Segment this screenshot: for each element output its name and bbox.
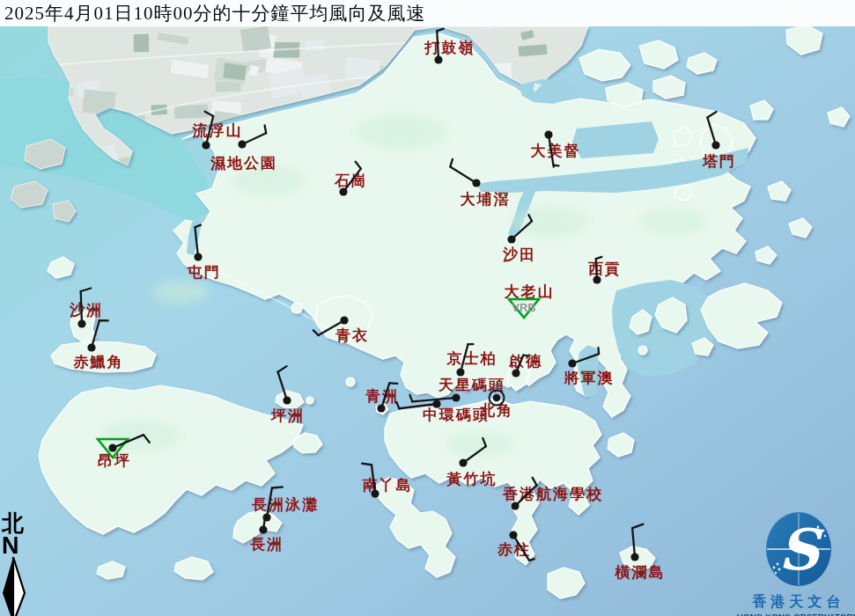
wind-barb-tick [195,225,201,228]
wind-barb-stem [81,291,82,324]
station-marker-sha-tin[interactable] [507,215,532,243]
station-marker-waglan-island[interactable] [630,524,643,561]
map-title: 2025年4月01日10時00分的十分鐘平均風向及風速 [0,1,426,26]
station-dot [108,444,116,451]
wind-barb-stem [450,166,476,183]
wind-barb-tick [528,215,532,221]
wind-barb-tick [205,112,214,116]
station-marker-lamma-island[interactable] [362,464,380,498]
station-dot [339,187,347,195]
station-dot [238,140,246,148]
station-dot [194,253,202,260]
station-dot [456,368,464,376]
compass-north-letter: N [2,535,32,556]
station-dot [459,458,467,466]
wind-barb-tick [598,348,599,354]
hko-name-chinese: 香港天文台 [742,593,855,612]
station-marker-sai-kung[interactable] [593,257,601,284]
station-marker-sha-chau[interactable] [77,289,91,328]
station-marker-peng-chau[interactable] [277,366,291,404]
wind-barb-tick [437,29,444,31]
station-marker-chek-lap-kok[interactable] [87,320,107,351]
station-dot [593,275,601,283]
wind-barb-stem [515,485,536,506]
station-dot [340,316,348,324]
wind-barb-tick [409,395,412,402]
station-dot [432,400,440,407]
station-marker-tap-mun[interactable] [707,112,719,150]
wind-barb-layer: VRB [0,0,855,616]
station-marker-tseung-kwan-o[interactable] [568,348,599,368]
station-marker-ngong-ping[interactable] [98,435,150,458]
wind-barb-stem [206,116,213,145]
station-marker-green-island[interactable] [377,383,397,412]
station-dot [511,502,519,510]
station-dot [568,359,576,367]
wind-map-page: 打鼓嶺流浮山濕地公園石崗屯門沙洲赤鱲角大美督塔門大埔滘沙田西貢大老山青衣京士柏啟… [0,0,855,616]
wind-barb-stem [92,320,100,348]
station-marker-lau-fau-shan[interactable] [202,112,213,150]
wind-barb-stem [707,117,716,145]
wind-barb-tick [632,524,643,528]
station-dot [452,393,460,401]
station-marker-tsing-yi[interactable] [313,316,349,335]
station-dot [630,553,638,561]
station-marker-kai-tak[interactable] [512,356,528,378]
station-dot [87,343,95,351]
svg-text:S: S [778,517,823,583]
wind-barb-tick [533,478,537,486]
wind-barb-tick [596,257,602,259]
station-marker-stanley[interactable] [509,531,534,560]
station-dot [371,489,379,497]
station-marker-ta-kwu-ling[interactable] [434,29,443,64]
wind-barb-tick [313,330,319,335]
wind-barb-tick [450,159,453,167]
wind-barb-stem [463,446,486,463]
hko-name-english: HONG KONG OBSERVATORY [737,612,855,616]
wind-barb-tick [144,435,150,443]
wind-barb-tick [483,438,486,446]
wind-barb-stem [277,372,287,400]
wind-barb-tick [272,487,283,488]
station-marker-sea-school[interactable] [511,478,536,510]
station-marker-tuen-mun[interactable] [194,225,202,261]
wind-barb-tick [707,112,716,117]
station-dot [472,179,480,187]
wind-barb-stem [372,465,375,494]
station-marker-shek-kong[interactable] [339,162,360,196]
station-marker-wetland-park[interactable] [238,125,266,148]
wind-barb-tick [553,165,558,166]
wind-barb-tick [396,402,399,408]
wind-barb-tick [523,356,528,356]
wind-barb-stem [549,135,554,167]
wind-barb-stem [399,404,437,408]
wind-barb-stem [461,344,468,372]
station-marker-kings-park[interactable] [456,344,473,376]
wind-barb-stem [343,169,361,192]
title-bar: 2025年4月01日10時00分的十分鐘平均風向及風速 [0,0,855,26]
station-dot [202,141,210,149]
station-marker-tai-po-kau[interactable] [450,159,480,187]
wind-barb-tick [265,125,267,133]
station-dot [77,319,85,327]
wind-barb-stem [319,320,344,335]
station-dot [434,55,442,63]
station-marker-north-point[interactable] [490,391,505,406]
station-dot [711,141,719,149]
wind-barb-stem [572,354,599,363]
station-marker-wong-chuk-hang[interactable] [459,438,485,467]
wind-barb-stem [113,435,144,448]
station-marker-tates-cairn[interactable]: VRB [509,299,539,318]
wind-barb-tick [277,366,286,372]
station-dot [259,525,267,533]
station-dot [493,394,501,402]
hko-logo[interactable]: S 香港天文台 HONG KONG OBSERVATORY [742,511,855,616]
wind-barb-tick [81,289,91,292]
station-marker-tai-mei-tuk[interactable] [544,130,558,166]
station-dot [507,235,515,243]
station-dot [283,396,291,404]
station-dot [544,130,552,138]
wind-barb-stem [512,221,532,239]
wind-barb-stem [437,31,439,60]
station-dot [509,531,517,539]
